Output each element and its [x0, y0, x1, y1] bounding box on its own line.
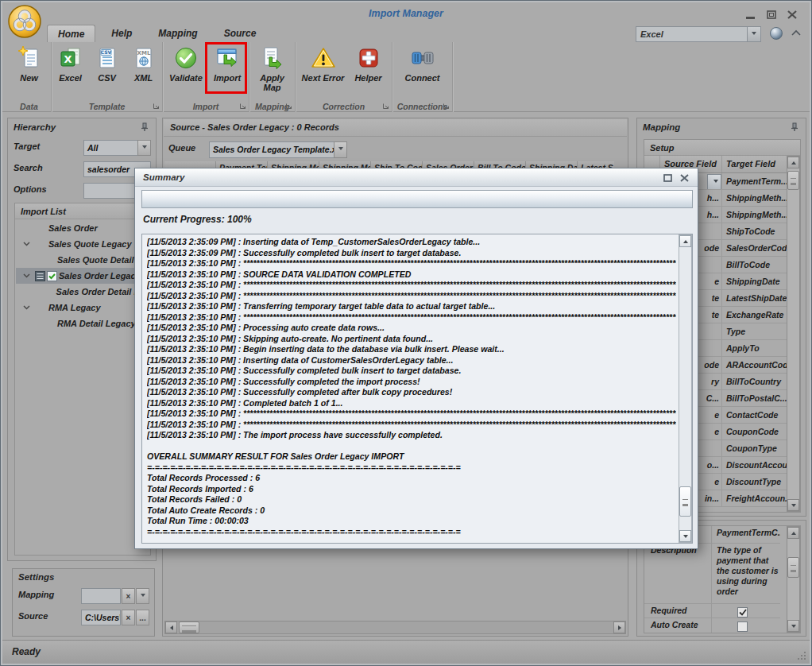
ribbon-tab[interactable]: Source	[214, 25, 267, 42]
connect-button[interactable]: Connect	[399, 44, 447, 83]
target-field-cell[interactable]: SalesOrderCode	[722, 240, 787, 256]
target-field-cell[interactable]: ApplyTo	[722, 340, 787, 356]
xml-button[interactable]: XML XML	[126, 44, 161, 83]
csv-button[interactable]: CSV CSV	[90, 44, 125, 83]
dialog-close-button[interactable]	[678, 172, 690, 184]
scroll-down-button[interactable]	[787, 499, 799, 511]
close-button[interactable]	[784, 10, 800, 21]
dialog-launcher-icon[interactable]	[285, 103, 292, 110]
validate-button[interactable]: Validate	[165, 44, 207, 83]
resize-grip[interactable]	[797, 651, 807, 661]
chevron-down-icon[interactable]	[747, 27, 760, 41]
pin-icon[interactable]	[140, 122, 149, 132]
mapping-combo-arrow[interactable]	[136, 588, 149, 604]
chevron-down-icon[interactable]	[23, 242, 35, 246]
tree-item[interactable]: RMA Detail Legacy	[16, 316, 149, 331]
scroll-up-button[interactable]	[679, 235, 691, 247]
vscroll-thumb[interactable]	[787, 171, 799, 190]
dialog-launcher-icon[interactable]	[443, 103, 450, 110]
target-combo-arrow[interactable]	[137, 140, 151, 156]
helper-button[interactable]: Helper	[349, 44, 389, 83]
pin-icon[interactable]	[790, 122, 799, 132]
target-field-cell[interactable]: ContactCode	[722, 407, 787, 423]
target-field-cell[interactable]: DiscountType	[722, 474, 787, 490]
scroll-right-button[interactable]	[613, 621, 625, 633]
property-vscrollbar[interactable]	[787, 526, 800, 633]
queue-combo[interactable]: Sales Order Legacy Template.xls	[209, 141, 334, 158]
progress-bar	[141, 190, 693, 208]
target-field-cell[interactable]: DiscountAccou...	[722, 457, 787, 473]
import-list-header: Import List	[15, 203, 150, 219]
dialog-launcher-icon[interactable]	[382, 103, 389, 110]
browse-source-button[interactable]: ...	[136, 610, 149, 625]
property-row-auto-create[interactable]: Auto Create	[644, 618, 780, 633]
app-logo[interactable]	[7, 4, 42, 39]
tree-item[interactable]: Sales Order Detail Leg	[16, 284, 149, 300]
target-field-cell[interactable]: ARAccountCode	[722, 357, 787, 373]
globe-orb-icon[interactable]	[770, 27, 783, 40]
target-field-cell[interactable]: PaymentTerm...	[722, 173, 787, 189]
document-icon	[35, 271, 47, 281]
vscroll-thumb[interactable]	[679, 486, 691, 517]
restore-button[interactable]	[764, 10, 779, 21]
scroll-up-button[interactable]	[787, 157, 799, 168]
target-field-column-header[interactable]: Target Field	[722, 156, 787, 172]
target-field-cell[interactable]: LatestShipDate	[722, 290, 787, 306]
dialog-launcher-icon[interactable]	[239, 103, 246, 110]
settings-source-input[interactable]: C:\Users\...	[81, 610, 121, 625]
scroll-down-button[interactable]	[679, 530, 691, 542]
scroll-up-button[interactable]	[787, 527, 799, 539]
excel-button[interactable]: X Excel	[53, 44, 88, 83]
tree-item[interactable]: Sales Order	[16, 220, 149, 236]
dialog-launcher-icon[interactable]	[153, 103, 160, 110]
target-field-cell[interactable]: ShippingDate	[722, 273, 787, 289]
target-field-cell[interactable]: BillToPostalC...	[722, 390, 787, 406]
ribbon-group-correction: Next Error Helper Correction	[296, 42, 392, 112]
target-field-cell[interactable]: CouponType	[722, 440, 787, 456]
clear-mapping-button[interactable]: ×	[122, 588, 135, 604]
dialog-maximize-button[interactable]	[661, 172, 674, 184]
target-field-cell[interactable]: ShipToCode	[722, 223, 787, 239]
ribbon-tab[interactable]: Home	[47, 25, 95, 42]
clear-source-button[interactable]: ×	[122, 610, 135, 625]
mapping-vscrollbar[interactable]	[787, 156, 800, 512]
scroll-left-button[interactable]	[165, 621, 177, 633]
next-error-button[interactable]: Next Error	[300, 44, 347, 83]
window-title: Import Manager	[2, 8, 810, 19]
tree-item[interactable]: Sales Quote Detail Le	[16, 252, 149, 268]
auto-create-checkbox[interactable]	[737, 621, 748, 632]
tree-item[interactable]: Sales Order Legacy	[16, 268, 149, 284]
target-field-cell[interactable]: ExchangeRate	[722, 307, 787, 323]
target-field-cell[interactable]: Type	[722, 323, 787, 339]
minimize-button[interactable]	[743, 10, 759, 21]
collapse-ribbon-button[interactable]	[791, 29, 802, 37]
settings-mapping-input[interactable]	[81, 588, 121, 604]
log-vscrollbar[interactable]	[679, 234, 692, 543]
hscroll-thumb[interactable]	[179, 621, 199, 633]
chevron-down-icon[interactable]	[23, 305, 35, 310]
ribbon-group-mapping: Apply Map Mapping	[249, 42, 296, 112]
queue-combo-arrow[interactable]	[334, 141, 347, 158]
apply-map-button[interactable]: Apply Map	[251, 44, 294, 92]
target-combo[interactable]: All	[83, 140, 138, 156]
target-field-cell[interactable]: ShippingMeth...	[722, 207, 787, 223]
target-field-cell[interactable]: FreightAccoun...	[722, 490, 787, 506]
target-field-cell[interactable]: CouponCode	[722, 424, 787, 439]
required-checkbox[interactable]	[737, 607, 748, 618]
tree-item[interactable]: Sales Quote Legacy	[16, 236, 149, 252]
import-log-box[interactable]: [11/5/2013 2:35:09 PM] : Inserting data …	[141, 234, 693, 544]
ribbon-tab[interactable]: Mapping	[148, 25, 207, 42]
document-type-combo[interactable]: Excel	[636, 26, 761, 42]
target-field-cell[interactable]: BillToCountry	[722, 374, 787, 389]
property-row-required[interactable]: Required	[644, 604, 780, 618]
vscroll-thumb[interactable]	[787, 557, 799, 578]
property-row-description[interactable]: Description The type of payment that the…	[644, 544, 780, 604]
tree-item[interactable]: RMA Legacy	[16, 300, 149, 316]
source-hscrollbar[interactable]	[164, 621, 626, 634]
target-field-cell[interactable]: ShippingMeth...	[722, 190, 787, 206]
ribbon-tab[interactable]: Help	[101, 25, 142, 42]
new-button[interactable]: New	[10, 44, 49, 83]
target-field-cell[interactable]: BillToCode	[722, 257, 787, 273]
scroll-down-button[interactable]	[787, 620, 799, 632]
chevron-down-icon[interactable]	[23, 273, 35, 278]
